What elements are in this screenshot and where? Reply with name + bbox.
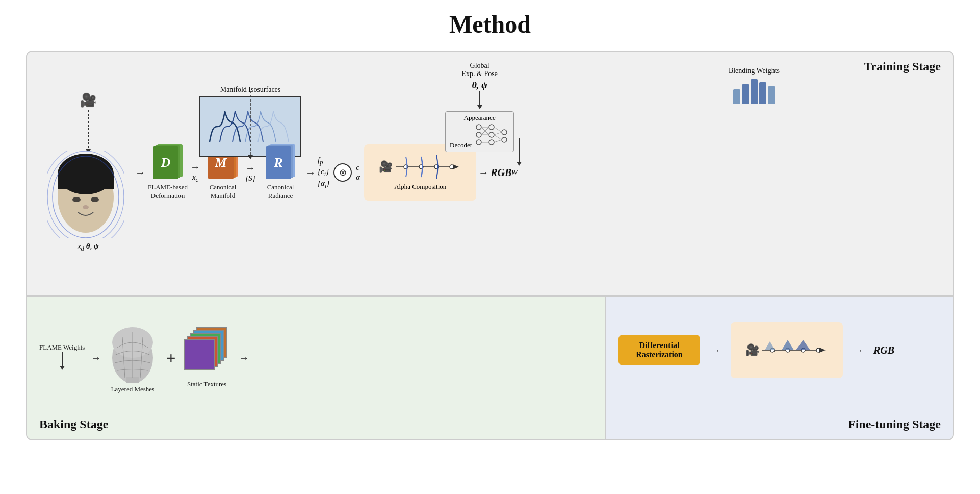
- bar-5: [768, 86, 775, 104]
- flame-down-arrow: [57, 352, 67, 372]
- svg-line-36: [494, 127, 502, 132]
- diff-raster-label: Differential Rasterization: [636, 341, 683, 359]
- xc-text: xc: [192, 173, 198, 184]
- svg-point-22: [476, 132, 481, 137]
- bar-4: [759, 82, 766, 104]
- flame-weights-label: FLAME Weights: [39, 343, 85, 352]
- arrow-M-to-R: [245, 162, 255, 174]
- svg-line-37: [494, 132, 502, 135]
- svg-marker-54: [796, 340, 810, 350]
- D-label-inner: D: [153, 146, 178, 179]
- global-exp-pose-label: GlobalExp. & Pose: [461, 62, 497, 78]
- finetuning-stage-label: Fine-tuning Stage: [848, 417, 941, 431]
- svg-rect-4: [58, 174, 114, 189]
- svg-point-23: [476, 140, 481, 145]
- svg-marker-55: [819, 348, 826, 353]
- baking-flow: FLAME Weights: [39, 322, 593, 394]
- bar-chart: [733, 78, 775, 104]
- svg-line-39: [494, 140, 502, 142]
- svg-marker-18: [453, 164, 459, 169]
- page-title: Method: [449, 10, 531, 38]
- appearance-decoder-box: AppearanceDecoder: [445, 111, 514, 152]
- R-label-inner: R: [266, 146, 291, 179]
- blending-weights-section: Blending Weights: [729, 67, 780, 104]
- finetuning-stage: Fine-tuning Stage Differential Rasteriza…: [606, 297, 953, 439]
- xd-label: xd: [78, 242, 84, 253]
- svg-point-26: [489, 140, 494, 145]
- upper-inputs: GlobalExp. & Pose θ, ψ AppearanceDecoder: [445, 62, 514, 152]
- rgb-output-finetuning: RGB: [873, 344, 894, 356]
- blending-weights-label: Blending Weights: [729, 67, 780, 75]
- output-vars: fp {ci} {αi}: [318, 156, 329, 190]
- bar-3: [751, 79, 758, 104]
- bottom-section: Baking Stage FLAME Weights: [27, 297, 953, 439]
- texture-stack-block: Static Textures: [184, 327, 230, 389]
- alpha-text: α: [356, 173, 360, 182]
- R-box-label: Canonical Radiance: [257, 183, 303, 201]
- neural-net-svg: [474, 122, 509, 147]
- finetuning-render-box: 🎥: [731, 322, 843, 378]
- arrow-to-mesh: [91, 352, 101, 364]
- layered-meshes-block: Layered Meshes: [107, 322, 158, 394]
- svg-point-24: [489, 125, 494, 130]
- down-arrow-theta: [475, 91, 485, 111]
- svg-point-25: [489, 132, 494, 137]
- D-box-label: FLAME-based Deformation: [147, 183, 188, 201]
- svg-point-8: [72, 197, 81, 202]
- mesh-head-svg: [107, 322, 158, 383]
- top-section: Training Stage 🎥: [27, 52, 953, 297]
- face-contour-svg: [47, 151, 124, 238]
- finetuning-flow: Differential Rasterization 🎥: [618, 322, 941, 378]
- S-text: {S}: [245, 174, 255, 183]
- arrow-finetuning-to-rgb: [853, 344, 863, 356]
- S-section: Manifold Isosurfaces: [243, 162, 257, 183]
- static-textures-label: Static Textures: [187, 380, 226, 389]
- arrow-D-to-M: [190, 161, 200, 173]
- bar-1: [733, 89, 740, 104]
- arrow-to-rgb: [478, 167, 488, 179]
- svg-point-10: [83, 205, 89, 209]
- fp-text: fp: [318, 156, 329, 166]
- finetuning-ray-svg: [762, 337, 829, 363]
- finetuning-camera-icon: 🎥: [745, 343, 759, 357]
- svg-line-38: [494, 135, 502, 140]
- c-text: c: [356, 163, 360, 172]
- D-block: D FLAME-based Deformation: [147, 144, 188, 201]
- alpha-camera-icon: 🎥: [379, 160, 393, 174]
- alpha-comp-render: 🎥: [379, 154, 462, 180]
- dashed-down-arrow: [243, 91, 258, 162]
- arrow-xc: xc: [188, 161, 202, 184]
- svg-point-21: [476, 125, 481, 130]
- dotted-line-svg: [81, 110, 96, 151]
- svg-marker-43: [60, 366, 65, 370]
- alpha-comp-section: 🎥: [364, 144, 476, 201]
- alphai-text: {αi}: [318, 179, 329, 190]
- R-stacked-box: R: [266, 144, 295, 181]
- M-box-label: Canonical Manifold: [202, 183, 243, 201]
- svg-marker-53: [782, 340, 794, 350]
- theta-psi-label: θ, ψ: [86, 242, 99, 253]
- svg-point-28: [502, 137, 507, 142]
- training-stage-label: Training Stage: [864, 60, 941, 73]
- alpha-comp-label: Alpha Composition: [394, 183, 446, 191]
- texture-stack: [184, 327, 230, 378]
- arrow-R-to-fp: [305, 167, 316, 179]
- svg-marker-12: [248, 155, 253, 159]
- finetuning-render: 🎥: [745, 337, 829, 363]
- input-labels: xd θ, ψ: [78, 242, 99, 253]
- layered-meshes-label: Layered Meshes: [111, 385, 155, 394]
- svg-point-27: [502, 130, 507, 135]
- baking-stage: Baking Stage FLAME Weights: [27, 297, 606, 439]
- bar-2: [742, 84, 749, 104]
- theta-psi-upper: θ, ψ: [472, 80, 487, 91]
- flame-weights-section: FLAME Weights: [39, 343, 85, 372]
- svg-marker-41: [517, 162, 522, 166]
- svg-marker-52: [765, 341, 775, 350]
- alpha-ray-svg: [396, 154, 462, 180]
- svg-point-9: [91, 197, 99, 202]
- diff-raster-box: Differential Rasterization: [618, 335, 700, 365]
- main-diagram: Training Stage 🎥: [26, 51, 954, 440]
- face-container: [47, 151, 124, 240]
- camera-icon: 🎥: [80, 92, 96, 108]
- camera-face-block: 🎥: [47, 92, 129, 253]
